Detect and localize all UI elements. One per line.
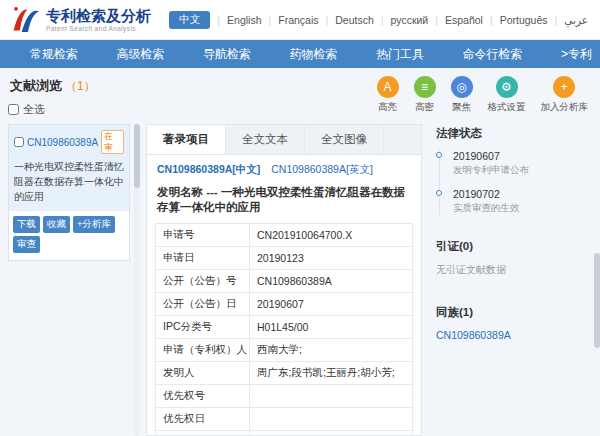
table-row: IPC分类号 H01L45/00 <box>156 316 413 339</box>
tab-images[interactable]: 全文图像 <box>305 125 384 154</box>
list-scrollbar[interactable] <box>134 124 140 436</box>
doc-link-en[interactable]: CN109860389A[英文] <box>271 163 373 175</box>
language-option-ru[interactable]: русский <box>374 14 428 26</box>
favorite-button[interactable]: 收藏 <box>43 216 70 233</box>
app-logo-icon <box>8 5 40 35</box>
tab-bibliographic[interactable]: 著录项目 <box>147 125 226 154</box>
citation-title: 引证(0) <box>436 239 588 254</box>
field-value: 周广东;段书凯;王丽丹;胡小芳; <box>250 362 413 385</box>
result-card-header: CN109860389A 在审 一种光电双控柔性蛋清忆阻器在数据存算一体化中的应… <box>9 125 129 211</box>
nav-item-advanced-search[interactable]: 高级检索 <box>116 46 164 63</box>
timeline-desc: 实质审查的生效 <box>453 202 583 215</box>
field-value: 西南大学; <box>250 339 413 362</box>
table-row: 申请人地址 重庆市北碚区天生路2号西南大学人工智能学院; <box>156 431 413 436</box>
nav-item-hot-tools[interactable]: 热门工具 <box>376 46 424 63</box>
language-option-ar[interactable]: عربي <box>548 14 588 26</box>
add-analysis-button[interactable]: +分析库 <box>73 216 115 233</box>
nav-item-command-search[interactable]: 命令行检索 <box>462 46 522 63</box>
format-settings-label: 格式设置 <box>488 101 526 114</box>
main-row: CN109860389A 在审 一种光电双控柔性蛋清忆阻器在数据存算一体化中的应… <box>8 124 592 436</box>
list-scrollbar-thumb[interactable] <box>134 124 140 188</box>
highlight-label: 高亮 <box>378 101 397 114</box>
highlight-action[interactable]: A 高亮 <box>377 76 399 114</box>
family-title: 同族(1) <box>436 305 588 320</box>
timeline-date: 20190607 <box>453 150 588 162</box>
field-value: 20190607 <box>250 293 413 316</box>
format-settings-action[interactable]: ⚙ 格式设置 <box>488 76 526 114</box>
citation-empty-text: 无引证文献数据 <box>436 263 588 277</box>
page-scrollbar-thumb[interactable] <box>594 253 600 348</box>
field-label: 优先权日 <box>156 408 250 431</box>
result-doc-link[interactable]: CN109860389A <box>27 137 98 148</box>
table-row: 申请（专利权）人 西南大学; <box>156 339 413 362</box>
select-all: 全选 <box>8 102 96 117</box>
table-row: 优先权日 <box>156 408 413 431</box>
nav-item-regular-search[interactable]: 常规检索 <box>30 46 78 63</box>
table-row: 申请号 CN201910064700.X <box>156 224 413 247</box>
toolbar-actions: A 高亮 ≡ 高密 ◎ 聚焦 ⚙ 格式设置 + 加入分析库 <box>377 76 593 114</box>
language-option-en[interactable]: English <box>210 14 261 26</box>
timeline-dot-icon <box>436 152 442 158</box>
status-badge: 在审 <box>101 130 124 154</box>
doc-links: CN109860389A[中文] CN109860389A[英文] <box>147 155 421 179</box>
add-to-analysis-label: 加入分析库 <box>541 101 589 114</box>
density-action[interactable]: ≡ 高密 <box>414 76 436 114</box>
result-title[interactable]: 一种光电双控柔性蛋清忆阻器在数据存算一体化中的应用 <box>14 159 124 204</box>
table-row: 申请日 20190123 <box>156 247 413 270</box>
invention-name-line: 发明名称 --- 一种光电双控柔性蛋清忆阻器在数据存算一体化中的应用 <box>147 179 421 223</box>
page-scrollbar[interactable] <box>594 68 600 436</box>
focus-action[interactable]: ◎ 聚焦 <box>451 76 473 114</box>
field-label: 申请号 <box>156 224 250 247</box>
browse-count: （1） <box>65 79 96 93</box>
density-icon: ≡ <box>414 76 436 98</box>
focus-icon: ◎ <box>451 76 473 98</box>
field-label: 申请人地址 <box>156 431 250 436</box>
field-value: H01L45/00 <box>250 316 413 339</box>
invention-name-sep: --- <box>206 186 218 198</box>
field-value: 20190123 <box>250 247 413 270</box>
download-button[interactable]: 下载 <box>13 216 40 233</box>
detail-tabs: 著录项目 全文文本 全文图像 <box>147 125 421 155</box>
language-switcher: 中文 English Français Deutsch русский Espa… <box>169 11 588 29</box>
language-option-zh[interactable]: 中文 <box>169 11 210 29</box>
app-logo: 专利检索及分析 Patent Search and Analysis <box>8 5 151 35</box>
table-row: 发明人 周广东;段书凯;王丽丹;胡小芳; <box>156 362 413 385</box>
result-card-top: CN109860389A 在审 <box>14 130 124 154</box>
field-value <box>250 385 413 408</box>
field-value: CN201910064700.X <box>250 224 413 247</box>
density-label: 高密 <box>415 101 434 114</box>
nav-item-drug-search[interactable]: 药物检索 <box>289 46 337 63</box>
family-doc-link[interactable]: CN109860389A <box>436 329 588 341</box>
app-logo-text: 专利检索及分析 Patent Search and Analysis <box>46 7 151 31</box>
table-row: 优先权号 <box>156 385 413 408</box>
select-all-label: 全选 <box>23 102 45 117</box>
main-nav: 常规检索 高级检索 导航检索 药物检索 热门工具 命令行检索 >专利 <box>0 40 600 68</box>
highlight-icon: A <box>377 76 399 98</box>
field-label: IPC分类号 <box>156 316 250 339</box>
timeline-dot-icon <box>436 190 442 196</box>
app-header: 专利检索及分析 Patent Search and Analysis 中文 En… <box>0 0 600 40</box>
language-option-pt[interactable]: Português <box>483 14 548 26</box>
result-checkbox[interactable] <box>14 137 24 147</box>
language-option-de[interactable]: Deutsch <box>319 14 374 26</box>
field-label: 发明人 <box>156 362 250 385</box>
select-all-checkbox[interactable] <box>8 104 19 115</box>
nav-item-patent-more[interactable]: >专利 <box>561 46 592 63</box>
language-option-fr[interactable]: Français <box>262 14 319 26</box>
doc-link-zh[interactable]: CN109860389A[中文] <box>157 163 260 175</box>
nav-item-nav-search[interactable]: 导航检索 <box>203 46 251 63</box>
bibliographic-table: 申请号 CN201910064700.X 申请日 20190123 公开（公告）… <box>155 223 413 436</box>
result-card: CN109860389A 在审 一种光电双控柔性蛋清忆阻器在数据存算一体化中的应… <box>8 124 130 261</box>
legal-status-title: 法律状态 <box>436 126 588 141</box>
legal-timeline: 20190607 发明专利申请公布 20190702 实质审查的生效 <box>439 150 588 215</box>
timeline-entry: 20190607 发明专利申请公布 <box>453 150 588 177</box>
language-option-es[interactable]: Español <box>428 14 483 26</box>
add-to-analysis-action[interactable]: + 加入分析库 <box>541 76 589 114</box>
field-value: CN109860389A <box>250 270 413 293</box>
legal-status-panel: 法律状态 20190607 发明专利申请公布 20190702 实质审查的生效 … <box>422 124 592 436</box>
app-title: 专利检索及分析 <box>46 7 151 24</box>
tab-fulltext[interactable]: 全文文本 <box>226 125 305 154</box>
browse-toolbar: 文献浏览（1） 全选 A 高亮 ≡ 高密 ◎ 聚焦 ⚙ 格式设置 <box>8 76 592 124</box>
review-button[interactable]: 审查 <box>13 236 40 253</box>
field-label: 申请（专利权）人 <box>156 339 250 362</box>
